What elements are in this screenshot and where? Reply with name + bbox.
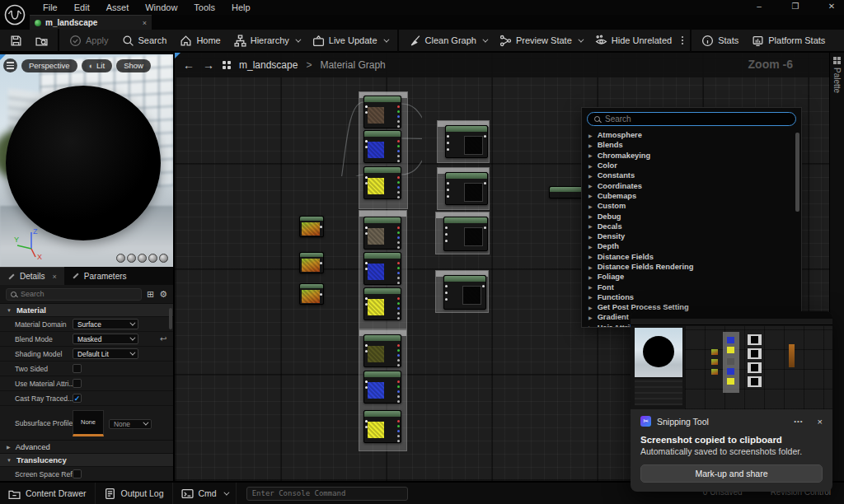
material-node[interactable]	[443, 275, 486, 310]
pin[interactable]	[447, 148, 449, 151]
material-node[interactable]	[363, 334, 401, 367]
maximize-button[interactable]: ❐	[788, 0, 803, 11]
pin[interactable]	[365, 262, 368, 264]
pin[interactable]	[397, 160, 400, 162]
pin[interactable]	[397, 317, 400, 320]
home-button[interactable]: Home	[173, 30, 227, 51]
menu-item[interactable]: Asset	[98, 1, 138, 14]
pin[interactable]	[397, 110, 400, 113]
material-node[interactable]	[363, 217, 401, 250]
pin[interactable]	[397, 430, 400, 432]
material-node[interactable]	[443, 217, 488, 251]
back-arrow-icon[interactable]: ←	[183, 58, 195, 72]
pin[interactable]	[397, 120, 400, 123]
pin[interactable]	[397, 385, 400, 388]
pin[interactable]	[445, 285, 448, 287]
details-search-input[interactable]	[21, 290, 137, 298]
pin[interactable]	[365, 182, 368, 184]
pin[interactable]	[320, 293, 322, 296]
pin[interactable]	[397, 435, 400, 437]
pin[interactable]	[397, 191, 400, 194]
details-tab-close-icon[interactable]: ×	[53, 273, 57, 281]
material-node[interactable]	[363, 166, 401, 199]
apply-button[interactable]: Apply	[63, 30, 115, 51]
console-command-box[interactable]	[246, 487, 408, 501]
viewport-menu-icon[interactable]	[3, 58, 17, 72]
tab-parameters[interactable]: Parameters	[64, 267, 134, 285]
pin[interactable]	[397, 186, 400, 189]
palette-category-item[interactable]: ▶ Chromakeying	[582, 151, 801, 161]
section-advanced[interactable]: ▶ Advanced	[0, 440, 173, 453]
tab-close-icon[interactable]: ×	[143, 19, 147, 27]
pin[interactable]	[397, 420, 400, 422]
palette-category-item[interactable]: ▶ Distance Fields Rendering	[582, 262, 801, 272]
pin[interactable]	[397, 150, 400, 152]
stats-button[interactable]: Stats	[695, 30, 745, 51]
pin[interactable]	[365, 268, 368, 270]
menu-item[interactable]: File	[35, 1, 66, 14]
breadcrumb-asset[interactable]: m_landscape	[239, 59, 298, 71]
section-material[interactable]: ▼ Material	[0, 303, 173, 316]
palette-category-item[interactable]: ▶ Font	[582, 282, 801, 292]
material-preview-viewport[interactable]: Perspective ◐Lit Show Z Y X	[0, 54, 173, 267]
reset-to-default-icon[interactable]: ↩	[160, 334, 166, 343]
material-node[interactable]	[363, 252, 401, 285]
pin[interactable]	[445, 292, 448, 294]
forward-arrow-icon[interactable]: →	[203, 58, 214, 72]
palette-scrollbar[interactable]	[795, 133, 799, 212]
shape-plane-button[interactable]	[138, 254, 147, 263]
pin[interactable]	[365, 146, 368, 148]
shape-cube-button[interactable]	[148, 254, 157, 263]
two-sided-checkbox[interactable]	[73, 364, 82, 373]
display-filter-grid-icon[interactable]: ⊞	[147, 289, 154, 300]
pin[interactable]	[397, 344, 400, 347]
pin[interactable]	[397, 354, 400, 357]
material-node[interactable]	[363, 371, 401, 404]
pin[interactable]	[484, 135, 486, 138]
pin[interactable]	[320, 262, 322, 264]
material-node[interactable]	[363, 410, 401, 443]
palette-search-box[interactable]	[587, 112, 796, 126]
pin[interactable]	[365, 380, 368, 383]
pin[interactable]	[397, 400, 400, 403]
palette-category-item[interactable]: ▶ Blends	[582, 140, 801, 150]
pin[interactable]	[397, 395, 400, 398]
pin[interactable]	[397, 262, 400, 264]
palette-category-item[interactable]: ▶ Custom	[582, 201, 801, 211]
pin[interactable]	[397, 312, 400, 315]
palette-category-item[interactable]: ▶ Depth	[582, 241, 801, 251]
pin[interactable]	[365, 176, 368, 179]
settings-gear-icon[interactable]: ⚙	[159, 289, 167, 300]
pin[interactable]	[482, 285, 485, 287]
pin[interactable]	[397, 425, 400, 427]
details-scrollbar[interactable]	[169, 308, 172, 329]
pin[interactable]	[397, 390, 400, 393]
perspective-button[interactable]: Perspective	[21, 59, 77, 72]
palette-category-item[interactable]: ▶ Color	[582, 161, 801, 170]
pin[interactable]	[397, 359, 400, 362]
pin[interactable]	[365, 386, 368, 389]
pin[interactable]	[365, 420, 368, 422]
preview-state-button[interactable]: Preview State	[493, 30, 588, 51]
material-node[interactable]	[445, 172, 488, 205]
pin[interactable]	[397, 155, 400, 157]
minimize-button[interactable]: –	[752, 0, 767, 11]
pin[interactable]	[397, 176, 400, 179]
hide-unrelated-button[interactable]: Hide Unrelated	[588, 30, 678, 51]
pin[interactable]	[397, 236, 400, 239]
tab-m-landscape[interactable]: m_landscape ×	[30, 15, 152, 30]
menu-item[interactable]: Tools	[185, 1, 223, 14]
palette-category-item[interactable]: ▶ Foliage	[582, 272, 801, 282]
markup-share-button[interactable]: Mark-up and share	[640, 464, 823, 483]
pin[interactable]	[447, 189, 449, 191]
output-log-button[interactable]: Output Log	[96, 483, 173, 504]
pin[interactable]	[397, 440, 400, 442]
pin[interactable]	[447, 182, 449, 184]
menu-item[interactable]: Help	[223, 1, 259, 14]
cast-ray-traced-checkbox[interactable]	[73, 394, 82, 403]
pin[interactable]	[397, 364, 400, 366]
section-translucency[interactable]: ▼ Translucency	[0, 453, 173, 466]
pin[interactable]	[484, 226, 486, 229]
pin[interactable]	[397, 246, 400, 249]
shape-custom-button[interactable]	[159, 254, 168, 263]
